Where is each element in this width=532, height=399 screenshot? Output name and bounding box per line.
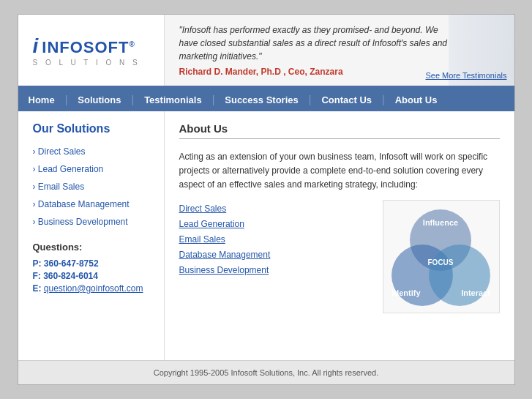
- nav-bar: Home | Solutions | Testimonials | Succes…: [18, 88, 514, 111]
- venn-svg: Influence Identify Interact FOCUS: [384, 202, 498, 310]
- main-body-area: Direct Sales Lead Generation Email Sales…: [179, 204, 500, 313]
- svg-text:FOCUS: FOCUS: [428, 258, 454, 266]
- testimonial-quote: "Infosoft has performed exactly as they …: [179, 23, 457, 63]
- sidebar-link-business-development[interactable]: Business Development: [33, 217, 157, 227]
- sidebar-title: Our Solutions: [33, 122, 157, 135]
- logo-name: INFOSOFT®: [42, 38, 135, 57]
- header: i INFOSOFT® s o l u t i o n s "Infosoft …: [18, 15, 514, 88]
- phone-f: F: 360-824-6014: [33, 271, 157, 281]
- main-link-email-sales[interactable]: Email Sales: [179, 234, 372, 245]
- content-area: Our Solutions Direct Sales Lead Generati…: [18, 111, 514, 360]
- see-more-testimonials-link[interactable]: See More Testimonials: [425, 71, 506, 80]
- nav-item-testimonials[interactable]: Testimonials: [134, 88, 212, 111]
- sidebar-link-email-sales[interactable]: Email Sales: [33, 182, 157, 192]
- logo: i INFOSOFT® s o l u t i o n s: [33, 34, 141, 67]
- nav-item-success-stories[interactable]: Success Stories: [214, 88, 308, 111]
- logo-tagline: s o l u t i o n s: [33, 59, 141, 67]
- page-title: About Us: [179, 122, 500, 135]
- sidebar-link-lead-generation[interactable]: Lead Generation: [33, 164, 157, 174]
- testimonial-area: "Infosoft has performed exactly as they …: [165, 15, 514, 86]
- questions-label: Questions:: [33, 242, 157, 253]
- main-divider: [179, 138, 500, 139]
- nav-item-solutions[interactable]: Solutions: [67, 88, 131, 111]
- main-link-lead-generation[interactable]: Lead Generation: [179, 219, 372, 229]
- nav-item-about-us[interactable]: About Us: [385, 88, 448, 111]
- sidebar: Our Solutions Direct Sales Lead Generati…: [18, 111, 165, 360]
- main-link-database-management[interactable]: Database Management: [179, 250, 372, 260]
- svg-text:Identify: Identify: [391, 288, 421, 297]
- email-link[interactable]: question@goinfosoft.com: [44, 283, 143, 294]
- main-link-direct-sales[interactable]: Direct Sales: [179, 204, 372, 214]
- main-link-business-development[interactable]: Business Development: [179, 265, 372, 275]
- sidebar-link-database-management[interactable]: Database Management: [33, 199, 157, 209]
- main-body-text: Acting as an extension of your own busin…: [179, 150, 500, 193]
- sidebar-link-direct-sales[interactable]: Direct Sales: [33, 146, 157, 157]
- logo-area: i INFOSOFT® s o l u t i o n s: [18, 15, 165, 86]
- sidebar-questions: Questions: P: 360-647-8752 F: 360-824-60…: [33, 242, 157, 294]
- main-links-list: Direct Sales Lead Generation Email Sales…: [179, 204, 372, 313]
- venn-diagram: Influence Identify Interact FOCUS: [383, 200, 500, 313]
- email-line: E: question@goinfosoft.com: [33, 283, 157, 294]
- main-content: About Us Acting as an extension of your …: [165, 111, 514, 360]
- svg-text:Influence: Influence: [423, 218, 458, 227]
- svg-text:Interact: Interact: [461, 288, 490, 297]
- nav-item-home[interactable]: Home: [18, 88, 65, 111]
- outer-wrapper: i INFOSOFT® s o l u t i o n s "Infosoft …: [18, 14, 515, 385]
- footer-text: Copyright 1995-2005 Infosoft Solutions, …: [154, 368, 379, 377]
- footer: Copyright 1995-2005 Infosoft Solutions, …: [18, 360, 514, 384]
- phone-p: P: 360-647-8752: [33, 258, 157, 269]
- nav-item-contact-us[interactable]: Contact Us: [311, 88, 382, 111]
- logo-i-icon: i: [33, 34, 39, 58]
